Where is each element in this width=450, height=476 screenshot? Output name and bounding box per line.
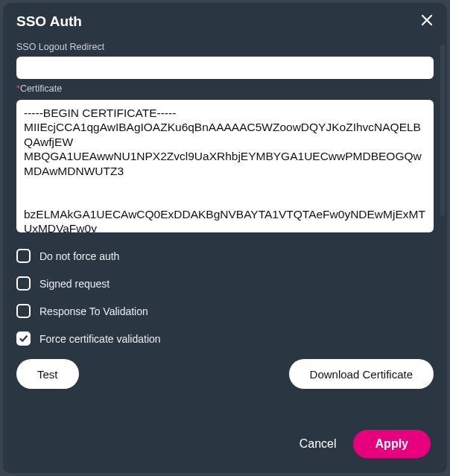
option-response-validation: Response To Validation (16, 304, 434, 318)
test-button[interactable]: Test (16, 359, 79, 389)
checkbox-force-cert-validation[interactable] (16, 331, 31, 346)
option-do-not-force-auth: Do not force auth (16, 249, 434, 263)
download-certificate-button[interactable]: Download Certificate (289, 359, 434, 389)
dialog-footer: Cancel Apply (3, 419, 447, 473)
option-force-cert-validation: Force certificate validation (16, 331, 434, 346)
dialog-title: SSO Auth (16, 13, 82, 30)
label-signed-request: Signed request (39, 278, 110, 290)
body-scrollbar[interactable] (440, 45, 445, 216)
logout-redirect-label: SSO Logout Redirect (16, 42, 434, 52)
certificate-label-text: Certificate (20, 83, 62, 94)
apply-button[interactable]: Apply (353, 430, 431, 458)
logout-redirect-input[interactable] (16, 57, 434, 79)
label-response-validation: Response To Validation (39, 305, 148, 317)
certificate-label: *Certificate (16, 83, 434, 94)
label-do-not-force-auth: Do not force auth (39, 250, 119, 262)
option-signed-request: Signed request (16, 276, 434, 291)
checkbox-do-not-force-auth[interactable] (16, 249, 31, 263)
action-row: Test Download Certificate (16, 359, 434, 404)
sso-auth-dialog: SSO Auth SSO Logout Redirect *Certificat… (3, 3, 447, 473)
checkbox-signed-request[interactable] (16, 276, 31, 291)
dialog-header: SSO Auth (3, 3, 447, 37)
label-force-cert-validation: Force certificate validation (39, 333, 161, 345)
checkbox-response-validation[interactable] (16, 304, 31, 318)
close-icon[interactable] (420, 13, 434, 30)
options-group: Do not force auth Signed request Respons… (16, 249, 434, 346)
certificate-textarea[interactable] (16, 100, 434, 232)
cancel-button[interactable]: Cancel (300, 437, 337, 451)
dialog-body: SSO Logout Redirect *Certificate Do not … (3, 37, 447, 419)
